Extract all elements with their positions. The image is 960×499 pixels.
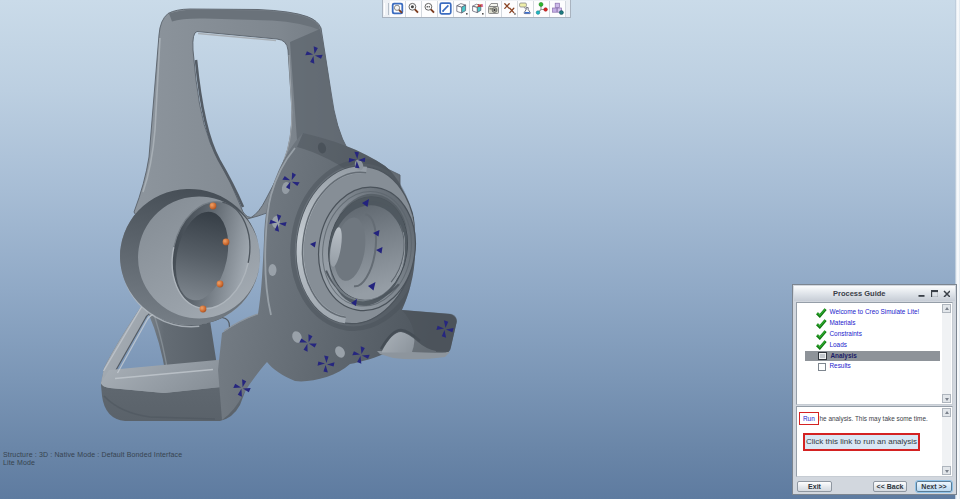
svg-text:AB: AB — [477, 3, 483, 8]
